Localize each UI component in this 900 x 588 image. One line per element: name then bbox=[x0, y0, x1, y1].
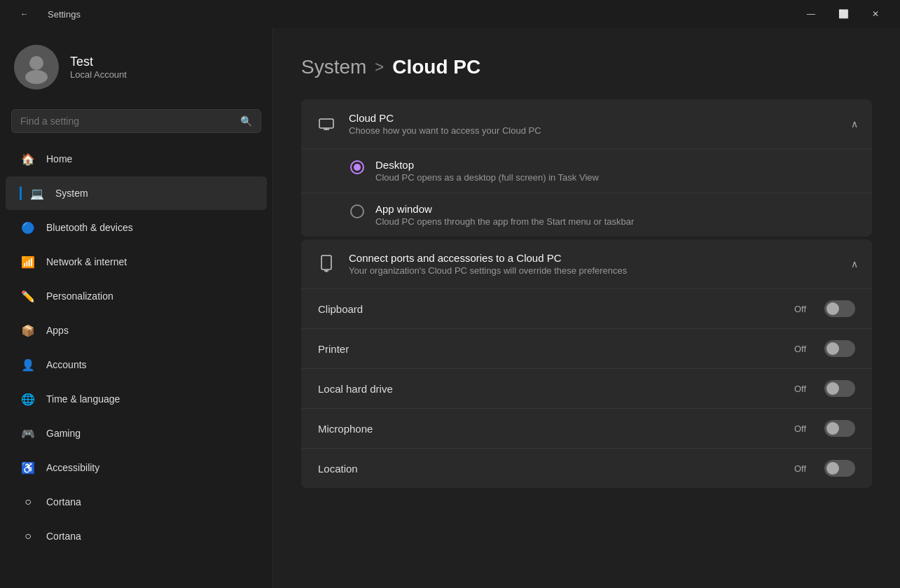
connect-ports-card: Connect ports and accessories to a Cloud… bbox=[301, 239, 872, 488]
back-button[interactable]: ← bbox=[8, 3, 41, 25]
avatar bbox=[14, 45, 59, 90]
cloud-pc-header-text: Cloud PC Choose how you want to access y… bbox=[349, 112, 840, 136]
sidebar-item-accessibility[interactable]: ♿ Accessibility bbox=[6, 451, 267, 484]
sidebar-item-time[interactable]: 🌐 Time & language bbox=[6, 382, 267, 416]
maximize-button[interactable]: ⬜ bbox=[827, 3, 859, 25]
sidebar-item-apps[interactable]: 📦 Apps bbox=[6, 314, 267, 347]
nav-icon-cortana2: ○ bbox=[20, 528, 36, 545]
user-account-type: Local Account bbox=[70, 69, 127, 80]
sidebar-item-network[interactable]: 📶 Network & internet bbox=[6, 245, 267, 279]
connect-ports-header-text: Connect ports and accessories to a Cloud… bbox=[349, 252, 840, 276]
user-name: Test bbox=[70, 55, 127, 69]
nav-label-time: Time & language bbox=[46, 393, 120, 405]
cloud-pc-icon bbox=[315, 113, 338, 135]
toggle-status: Off bbox=[794, 384, 806, 394]
nav-list: 🏠 Home 💻 System 🔵 Bluetooth & devices 📶 … bbox=[0, 141, 272, 554]
nav-label-cortana1: Cortana bbox=[46, 496, 81, 507]
cloud-pc-chevron: ∧ bbox=[851, 118, 858, 130]
sidebar-item-gaming[interactable]: 🎮 Gaming bbox=[6, 416, 267, 450]
toggle-row-local-hard-drive: Local hard drive Off bbox=[301, 368, 872, 408]
toggle-switch[interactable] bbox=[824, 420, 855, 437]
search-box[interactable]: 🔍 bbox=[11, 109, 261, 133]
sidebar-item-home[interactable]: 🏠 Home bbox=[6, 142, 267, 176]
window-controls: — ⬜ ✕ bbox=[795, 3, 892, 25]
breadcrumb-parent[interactable]: System bbox=[301, 56, 366, 78]
toggle-switch[interactable] bbox=[824, 340, 855, 357]
toggle-label: Local hard drive bbox=[318, 383, 783, 395]
toggle-switch[interactable] bbox=[824, 380, 855, 397]
search-input[interactable] bbox=[20, 115, 235, 127]
toggle-switch[interactable] bbox=[824, 300, 855, 317]
radio-text-appwindow: App window Cloud PC opens through the ap… bbox=[375, 203, 634, 227]
connect-ports-header[interactable]: Connect ports and accessories to a Cloud… bbox=[301, 239, 872, 288]
radio-option-appwindow[interactable]: App window Cloud PC opens through the ap… bbox=[301, 192, 872, 237]
nav-label-system: System bbox=[55, 188, 88, 199]
svg-point-1 bbox=[25, 70, 48, 84]
toggle-label: Location bbox=[318, 463, 783, 475]
svg-rect-5 bbox=[321, 255, 331, 270]
radio-circle-desktop[interactable] bbox=[350, 160, 364, 174]
titlebar: ← Settings — ⬜ ✕ bbox=[0, 0, 900, 28]
cloud-pc-title: Cloud PC bbox=[349, 112, 840, 124]
nav-label-bluetooth: Bluetooth & devices bbox=[46, 222, 133, 233]
connect-ports-icon bbox=[315, 253, 338, 275]
sidebar-item-accounts[interactable]: 👤 Accounts bbox=[6, 348, 267, 382]
breadcrumb-separator: > bbox=[375, 58, 384, 76]
toggle-label: Microphone bbox=[318, 423, 783, 435]
toggle-label: Clipboard bbox=[318, 303, 783, 315]
nav-icon-accounts: 👤 bbox=[20, 356, 36, 373]
close-button[interactable]: ✕ bbox=[859, 3, 892, 25]
radio-circle-appwindow[interactable] bbox=[350, 204, 364, 218]
toggle-switch[interactable] bbox=[824, 460, 855, 477]
active-indicator bbox=[20, 186, 22, 200]
svg-rect-2 bbox=[319, 119, 333, 128]
toggle-knob bbox=[826, 342, 839, 355]
sidebar-item-cortana2[interactable]: ○ Cortana bbox=[6, 519, 267, 553]
nav-icon-bluetooth: 🔵 bbox=[20, 219, 36, 236]
svg-point-0 bbox=[29, 56, 43, 70]
nav-label-network: Network & internet bbox=[46, 256, 127, 267]
sidebar-item-cortana1[interactable]: ○ Cortana bbox=[6, 485, 267, 519]
toggle-knob bbox=[826, 422, 839, 435]
nav-icon-gaming: 🎮 bbox=[20, 425, 36, 442]
nav-label-personalization: Personalization bbox=[46, 290, 113, 302]
toggle-status: Off bbox=[794, 463, 806, 474]
nav-icon-network: 📶 bbox=[20, 253, 36, 270]
toggle-rows-container: Clipboard Off Printer Off Local hard dri… bbox=[301, 288, 872, 488]
app-title: Settings bbox=[48, 9, 81, 20]
cloud-pc-card: Cloud PC Choose how you want to access y… bbox=[301, 99, 872, 237]
cloud-pc-card-header[interactable]: Cloud PC Choose how you want to access y… bbox=[301, 99, 872, 148]
nav-icon-home: 🏠 bbox=[20, 150, 36, 167]
radio-label-appwindow: App window bbox=[375, 203, 634, 215]
search-container: 🔍 bbox=[0, 104, 272, 141]
nav-label-gaming: Gaming bbox=[46, 428, 81, 439]
breadcrumb: System > Cloud PC bbox=[301, 56, 872, 78]
sidebar-item-system[interactable]: 💻 System bbox=[6, 176, 267, 210]
radio-desc-desktop: Cloud PC opens as a desktop (full screen… bbox=[375, 172, 599, 183]
sidebar-item-personalization[interactable]: ✏️ Personalization bbox=[6, 279, 267, 313]
sidebar-item-bluetooth[interactable]: 🔵 Bluetooth & devices bbox=[6, 211, 267, 244]
toggle-status: Off bbox=[794, 344, 806, 354]
radio-option-desktop[interactable]: Desktop Cloud PC opens as a desktop (ful… bbox=[301, 148, 872, 192]
radio-label-desktop: Desktop bbox=[375, 159, 599, 171]
toggle-row-clipboard: Clipboard Off bbox=[301, 288, 872, 328]
nav-label-cortana2: Cortana bbox=[46, 531, 81, 542]
user-profile[interactable]: Test Local Account bbox=[0, 28, 272, 104]
toggle-knob bbox=[826, 462, 839, 475]
toggle-knob bbox=[826, 382, 839, 395]
toggle-label: Printer bbox=[318, 343, 783, 355]
nav-icon-accessibility: ♿ bbox=[20, 459, 36, 476]
connect-ports-chevron: ∧ bbox=[851, 258, 858, 270]
minimize-button[interactable]: — bbox=[795, 3, 827, 25]
nav-icon-time: 🌐 bbox=[20, 391, 36, 407]
content-area: System > Cloud PC Cloud PC Choose how yo… bbox=[273, 28, 900, 588]
toggle-row-location: Location Off bbox=[301, 448, 872, 488]
toggle-row-microphone: Microphone Off bbox=[301, 408, 872, 448]
connect-ports-title: Connect ports and accessories to a Cloud… bbox=[349, 252, 840, 264]
sidebar: Test Local Account 🔍 🏠 Home 💻 System 🔵 B… bbox=[0, 28, 273, 588]
cloud-pc-desc: Choose how you want to access your Cloud… bbox=[349, 125, 840, 136]
toggle-status: Off bbox=[794, 304, 806, 314]
nav-icon-cortana1: ○ bbox=[20, 493, 36, 510]
user-info: Test Local Account bbox=[70, 55, 127, 80]
nav-icon-system: 💻 bbox=[29, 185, 46, 202]
